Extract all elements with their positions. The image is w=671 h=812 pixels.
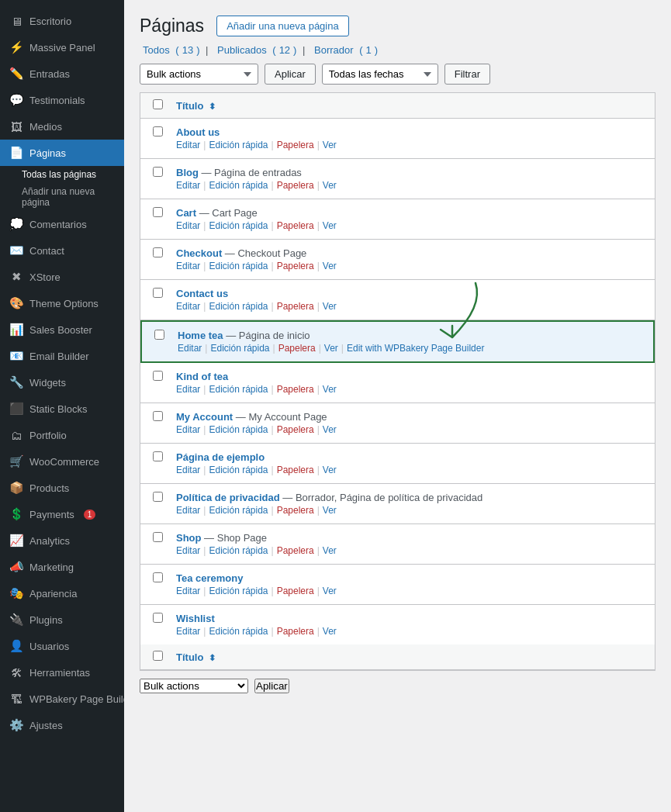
row-action-editar[interactable]: Editar — [176, 261, 200, 271]
page-title-link[interactable]: Contact us — [176, 288, 228, 299]
row-checkbox-container[interactable] — [153, 207, 176, 219]
row-action-edición-rápida[interactable]: Edición rápida — [209, 220, 268, 231]
apply-button-top[interactable]: Aplicar — [265, 64, 316, 85]
row-action-edición-rápida[interactable]: Edición rápida — [209, 261, 268, 271]
page-title-link[interactable]: Wishlist — [176, 613, 215, 624]
row-checkbox[interactable] — [154, 330, 164, 340]
row-checkbox[interactable] — [153, 532, 163, 542]
title-column-footer[interactable]: Título ⬍ — [176, 651, 642, 663]
row-action-papelera[interactable]: Papelera — [277, 180, 314, 191]
sidebar-item-portfolio[interactable]: 🗂Portfolio — [0, 422, 124, 448]
row-action-papelera[interactable]: Papelera — [277, 505, 314, 516]
sidebar-item-analytics[interactable]: 📈Analytics — [0, 527, 124, 554]
sidebar-item-email-builder[interactable]: 📧Email Builder — [0, 343, 124, 369]
row-action-edición-rápida[interactable]: Edición rápida — [210, 343, 269, 354]
row-action-ver[interactable]: Ver — [323, 384, 337, 395]
row-checkbox[interactable] — [153, 371, 163, 381]
sidebar-item-testimonials[interactable]: 💬Testimonials — [0, 87, 124, 113]
page-title-link[interactable]: Tea ceremony — [176, 572, 243, 584]
row-checkbox-container[interactable] — [153, 411, 176, 423]
row-checkbox[interactable] — [153, 451, 163, 461]
page-title-link[interactable]: Shop — [176, 532, 202, 544]
row-checkbox-container[interactable] — [153, 572, 176, 585]
filter-button[interactable]: Filtrar — [444, 64, 490, 85]
row-action-editar[interactable]: Editar — [178, 343, 202, 354]
filter-draft-link[interactable]: Borrador (1) — [311, 44, 378, 56]
sidebar-item-massive-panel[interactable]: ⚡Massive Panel — [0, 34, 124, 60]
row-checkbox-container[interactable] — [153, 492, 176, 504]
sidebar-item-static-blocks[interactable]: ⬛Static Blocks — [0, 396, 124, 422]
apply-button-bottom[interactable]: Aplicar — [254, 679, 289, 693]
sidebar-item-herramientas[interactable]: 🛠Herramientas — [0, 659, 124, 686]
row-action-ver[interactable]: Ver — [323, 424, 337, 435]
row-checkbox[interactable] — [153, 126, 163, 136]
row-action-ver[interactable]: Ver — [323, 140, 337, 150]
row-checkbox[interactable] — [153, 288, 163, 298]
row-action-ver[interactable]: Ver — [323, 545, 337, 556]
page-title-link[interactable]: Home tea — [178, 330, 223, 341]
sidebar-item-sales-booster[interactable]: 📊Sales Booster — [0, 316, 124, 343]
row-checkbox[interactable] — [153, 492, 163, 502]
row-checkbox[interactable] — [153, 207, 163, 217]
sidebar-item-usuarios[interactable]: 👤Usuarios — [0, 633, 124, 659]
sidebar-item-xstore[interactable]: ✖XStore — [0, 264, 124, 290]
row-action-edición-rápida[interactable]: Edición rápida — [209, 180, 268, 191]
sidebar-item-comentarios[interactable]: 💭Comentarios — [0, 211, 124, 237]
row-action-papelera[interactable]: Papelera — [277, 586, 314, 596]
row-checkbox-container[interactable] — [153, 532, 176, 544]
row-action-editar[interactable]: Editar — [176, 140, 200, 150]
row-checkbox-container[interactable] — [153, 247, 176, 260]
page-title-link[interactable]: Cart — [176, 207, 196, 219]
row-action-papelera[interactable]: Papelera — [277, 424, 314, 435]
sidebar-sub-all-pages[interactable]: Todas las páginas — [0, 166, 124, 183]
row-action-ver[interactable]: Ver — [323, 261, 337, 271]
row-action-ver[interactable]: Ver — [323, 505, 337, 516]
row-action-editar[interactable]: Editar — [176, 384, 200, 395]
row-action-editar[interactable]: Editar — [176, 505, 200, 516]
row-action-ver[interactable]: Ver — [323, 626, 337, 637]
sidebar-item-escritorio[interactable]: 🖥Escritorio — [0, 8, 124, 34]
row-checkbox-container[interactable] — [153, 167, 176, 179]
row-action-edición-rápida[interactable]: Edición rápida — [209, 545, 268, 556]
row-action-papelera[interactable]: Papelera — [278, 343, 316, 354]
row-action-papelera[interactable]: Papelera — [277, 626, 314, 637]
row-action-ver[interactable]: Ver — [323, 301, 337, 312]
sidebar-item-payments[interactable]: 💲Payments1 — [0, 501, 124, 527]
sidebar-item-apariencia[interactable]: 🎭Apariencia — [0, 580, 124, 606]
row-action-edición-rápida[interactable]: Edición rápida — [209, 384, 268, 395]
row-action-editar[interactable]: Editar — [176, 301, 200, 312]
row-action-edición-rápida[interactable]: Edición rápida — [209, 465, 268, 475]
bulk-actions-select[interactable]: Bulk actionsEditarMover a la papelera — [140, 64, 258, 85]
sidebar-item-paginas[interactable]: 📄Páginas — [0, 140, 124, 166]
page-title-link[interactable]: About us — [176, 126, 220, 138]
select-all-checkbox[interactable] — [153, 99, 163, 109]
sidebar-item-woocommerce[interactable]: 🛒WooCommerce — [0, 448, 124, 475]
row-action-editar[interactable]: Editar — [176, 220, 200, 231]
row-action-ver[interactable]: Ver — [323, 465, 337, 475]
row-checkbox-container[interactable] — [153, 371, 176, 383]
sidebar-item-entradas[interactable]: ✏️Entradas — [0, 60, 124, 87]
row-action-papelera[interactable]: Papelera — [277, 220, 314, 231]
page-title-link[interactable]: Kind of tea — [176, 371, 228, 382]
row-action-papelera[interactable]: Papelera — [277, 545, 314, 556]
row-action-edición-rápida[interactable]: Edición rápida — [209, 140, 268, 150]
row-action-editar[interactable]: Editar — [176, 626, 200, 637]
sidebar-item-plugins[interactable]: 🔌Plugins — [0, 606, 124, 633]
row-action-papelera[interactable]: Papelera — [277, 301, 314, 312]
row-action-edición-rápida[interactable]: Edición rápida — [209, 505, 268, 516]
row-action-ver[interactable]: Ver — [323, 180, 337, 191]
sidebar-item-wpbakery[interactable]: 🏗WPBakery Page Builder — [0, 686, 124, 712]
row-action-papelera[interactable]: Papelera — [277, 384, 314, 395]
row-checkbox[interactable] — [153, 411, 163, 421]
row-checkbox-container[interactable] — [153, 451, 176, 464]
filter-published-link[interactable]: Publicados (12) — [214, 44, 299, 56]
row-action-editar[interactable]: Editar — [176, 424, 200, 435]
select-all-checkbox-container[interactable] — [153, 99, 176, 112]
sidebar-sub-add-page[interactable]: Añadir una nueva página — [0, 183, 124, 211]
sidebar-item-marketing[interactable]: 📣Marketing — [0, 554, 124, 580]
sidebar-item-products[interactable]: 📦Products — [0, 475, 124, 501]
row-action-editar[interactable]: Editar — [176, 465, 200, 475]
sidebar-item-medios[interactable]: 🖼Medios — [0, 113, 124, 140]
row-action-edición-rápida[interactable]: Edición rápida — [209, 301, 268, 312]
sidebar-item-theme-options[interactable]: 🎨Theme Options — [0, 290, 124, 316]
